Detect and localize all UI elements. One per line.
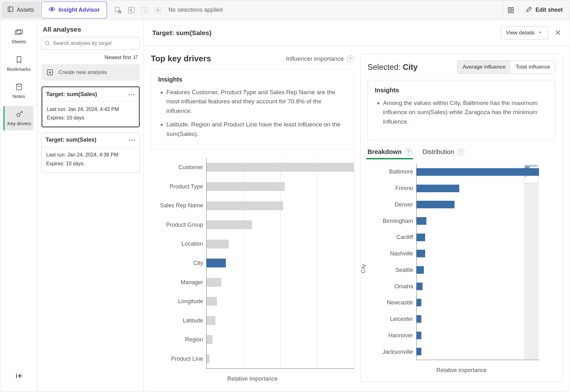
top-key-drivers-section: Top key drivers Influencer importance ? … xyxy=(151,54,354,382)
chart-bar[interactable] xyxy=(207,220,252,229)
chart-bar[interactable] xyxy=(417,201,455,208)
sidebar-item-bookmarks[interactable]: Bookmarks xyxy=(4,52,34,76)
chart-bar[interactable] xyxy=(417,168,539,176)
svg-rect-17 xyxy=(16,84,22,90)
sidebar-item-label: Notes xyxy=(13,94,25,99)
analysis-card[interactable]: Target: sum(Sales) ⋯ Last run: Jan 24, 2… xyxy=(41,132,140,172)
analyses-panel: All analyses Newest first Create new ana… xyxy=(38,20,144,392)
chart-category-label: Location xyxy=(151,241,203,247)
chart-bar[interactable] xyxy=(417,315,421,323)
notes-icon xyxy=(15,83,22,92)
chart-bar[interactable] xyxy=(207,163,354,172)
svg-rect-3 xyxy=(115,7,120,12)
chart-bar[interactable] xyxy=(207,201,283,210)
selected-feature-panel: Selected: City Average influence Total i… xyxy=(360,54,563,382)
svg-rect-13 xyxy=(508,10,510,12)
selections-forward-icon xyxy=(139,5,150,15)
chart-category-label: Denver xyxy=(368,201,413,208)
insights-box: Insights Among the values within City, B… xyxy=(368,80,555,140)
panel-icon xyxy=(7,6,14,14)
chart-category-label: Sales Rep Name xyxy=(151,202,203,209)
insight-advisor-button[interactable]: Insight Advisor xyxy=(41,2,107,18)
chart-bar[interactable] xyxy=(207,297,217,306)
selected-label: Selected: City xyxy=(368,63,418,72)
top-toolbar: Assets Insight Advisor No selections app… xyxy=(0,0,570,20)
analysis-expires: Expires: 10 days xyxy=(46,159,135,168)
city-breakdown-chart[interactable]: City BaltimoreFresnoDenverBirminghamCard… xyxy=(368,164,555,374)
search-input[interactable] xyxy=(41,37,140,50)
tab-distribution[interactable]: Distribution ? xyxy=(423,148,464,159)
insight-bullet: Latitude, Region and Product Line have t… xyxy=(166,120,347,138)
chart-bar[interactable] xyxy=(417,266,424,274)
chart-bar[interactable] xyxy=(417,332,421,339)
assets-label: Assets xyxy=(17,7,34,13)
selections-back-icon[interactable] xyxy=(126,5,137,15)
sidebar-item-sheets[interactable]: Sheets xyxy=(4,24,34,49)
bookmark-icon xyxy=(16,56,22,64)
chart-bar[interactable] xyxy=(207,240,229,248)
analysis-card[interactable]: Target: sum(Sales) ⋯ Last run: Jan 24, 2… xyxy=(41,86,140,127)
svg-point-21 xyxy=(17,113,20,117)
chart-bar[interactable] xyxy=(417,185,459,192)
sheets-icon xyxy=(15,29,23,37)
chart-bar[interactable] xyxy=(207,335,213,344)
chart-category-label: Product Line xyxy=(151,356,203,362)
svg-rect-11 xyxy=(508,7,510,9)
chart-category-label: Fresno xyxy=(368,185,413,192)
chart-bar[interactable] xyxy=(417,250,425,257)
chart-bar[interactable] xyxy=(207,182,285,191)
collapse-sidebar-icon[interactable] xyxy=(13,370,25,382)
chart-category-label: Region xyxy=(151,336,203,343)
analysis-expires: Expires: 10 days xyxy=(47,113,134,122)
chart-bar[interactable] xyxy=(417,299,421,306)
no-selections-text: No selections applied xyxy=(168,7,222,13)
view-details-button[interactable]: View details xyxy=(501,26,548,40)
chart-bar[interactable] xyxy=(417,234,425,241)
key-drivers-chart[interactable]: CustomerProduct TypeSales Rep NameProduc… xyxy=(151,158,354,382)
tab-breakdown[interactable]: Breakdown ? xyxy=(368,148,412,159)
chart-bar[interactable] xyxy=(207,278,221,287)
svg-rect-16 xyxy=(17,30,22,34)
help-icon[interactable]: ? xyxy=(457,149,464,156)
analysis-lastrun: Last run: Jan 24, 2024, 4:43 PM xyxy=(47,105,134,113)
assets-button[interactable]: Assets xyxy=(2,2,40,18)
insights-box: Insights Features Customer, Product Type… xyxy=(151,69,354,150)
create-analysis-button[interactable]: Create new analysis xyxy=(41,64,140,81)
chart-ylabel: City xyxy=(360,264,367,273)
svg-point-2 xyxy=(51,8,53,10)
sidebar-item-notes[interactable]: Notes xyxy=(4,79,34,103)
chart-bar[interactable] xyxy=(417,283,423,290)
chart-xlabel: Relative importance xyxy=(151,376,354,382)
plus-icon xyxy=(46,68,54,77)
help-icon[interactable]: ? xyxy=(347,55,354,62)
edit-sheet-button[interactable]: Edit sheet xyxy=(519,6,570,14)
chart-bar[interactable] xyxy=(417,348,421,355)
analyses-panel-title: All analyses xyxy=(43,26,139,33)
sidebar-item-keydrivers[interactable]: Key drivers xyxy=(3,106,33,131)
chart-bar[interactable] xyxy=(417,217,426,225)
avg-influence-button[interactable]: Average influence xyxy=(458,61,511,73)
chart-category-label: Jacksonville xyxy=(368,349,413,355)
close-icon[interactable] xyxy=(555,29,561,37)
smart-search-icon[interactable] xyxy=(113,5,123,15)
sidebar-item-label: Key drivers xyxy=(7,121,31,126)
selection-tools: No selections applied xyxy=(107,0,222,20)
chart-bar[interactable] xyxy=(207,259,226,267)
chart-category-label: Cardiff xyxy=(368,234,413,241)
svg-rect-15 xyxy=(15,31,21,34)
chart-category-label: Product Group xyxy=(151,222,203,228)
help-icon[interactable]: ? xyxy=(405,149,412,156)
pencil-icon xyxy=(526,6,532,14)
influencer-importance-label: Influencer importance ? xyxy=(286,55,354,62)
analysis-card-title: Target: sum(Sales) xyxy=(46,91,97,98)
grid-view-icon[interactable] xyxy=(503,0,519,20)
chart-category-label: Baltimore xyxy=(368,168,413,175)
sort-button[interactable]: Newest first xyxy=(41,54,140,61)
content-header: Target: sum(Sales) View details xyxy=(144,20,570,46)
chart-bar[interactable] xyxy=(207,316,215,325)
sidebar-item-label: Bookmarks xyxy=(7,66,31,72)
chart-bar[interactable] xyxy=(207,354,209,363)
chart-category-label: Omaha xyxy=(368,283,413,290)
total-influence-button[interactable]: Total influence xyxy=(511,61,555,73)
chart-category-label: Customer xyxy=(151,164,203,171)
